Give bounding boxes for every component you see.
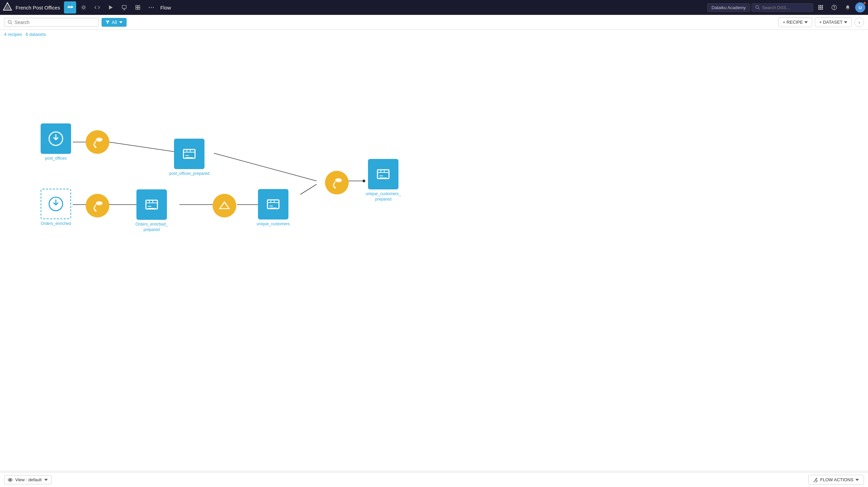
code-nav-btn[interactable] xyxy=(91,1,103,14)
flow-toolbar: All + RECIPE + DATASET › xyxy=(0,15,868,30)
node-orders-enriched-label: Orders_enriched xyxy=(41,221,71,227)
recipe-node-prepare2[interactable] xyxy=(325,171,349,194)
svg-rect-24 xyxy=(820,8,821,10)
svg-point-2 xyxy=(68,7,69,8)
filter-dropdown[interactable]: All xyxy=(102,18,127,27)
svg-rect-21 xyxy=(820,7,821,8)
flow-search-box[interactable] xyxy=(4,18,99,27)
svg-rect-23 xyxy=(818,8,820,10)
svg-line-16 xyxy=(759,8,760,10)
flow-canvas[interactable]: post_offices post_offices_prepared xyxy=(0,39,868,470)
node-post-offices-prepared-label: post_offices_prepared xyxy=(169,171,210,177)
svg-rect-20 xyxy=(818,7,820,8)
svg-rect-8 xyxy=(136,5,137,7)
recipe-chevron-icon xyxy=(804,21,808,23)
dataset-node-post-offices[interactable] xyxy=(41,123,71,154)
svg-line-29 xyxy=(11,23,13,24)
svg-point-13 xyxy=(151,7,152,8)
add-dataset-button[interactable]: + DATASET xyxy=(815,17,852,27)
more-nav-btn[interactable] xyxy=(145,1,157,14)
node-orders-enriched[interactable]: Orders_enriched xyxy=(41,189,71,227)
apps-grid-btn[interactable] xyxy=(815,1,827,14)
filter-icon xyxy=(106,20,110,24)
svg-rect-11 xyxy=(138,8,140,9)
svg-point-3 xyxy=(69,7,71,8)
svg-line-63 xyxy=(94,205,96,209)
svg-rect-17 xyxy=(818,5,820,6)
avatar-notification-badge xyxy=(863,2,866,4)
svg-point-28 xyxy=(8,20,11,23)
node-unique-customers[interactable]: unique_customers xyxy=(257,189,290,227)
search-icon xyxy=(755,5,760,10)
svg-point-4 xyxy=(71,7,72,8)
flow-nav-btn[interactable] xyxy=(64,1,76,14)
global-search-input[interactable] xyxy=(762,5,809,10)
dashboard-nav-btn[interactable] xyxy=(132,1,144,14)
svg-rect-64 xyxy=(146,200,157,209)
recipe-node-prepare3[interactable] xyxy=(86,194,109,217)
node-unique-customers-prepared-label: unique_customers_prepared xyxy=(366,191,401,202)
svg-rect-58 xyxy=(377,170,389,179)
navbar: French Post Offices xyxy=(0,0,868,15)
svg-rect-66 xyxy=(267,200,279,209)
help-btn[interactable] xyxy=(828,1,840,14)
dataset-node-unique-customers-prepared[interactable] xyxy=(368,159,398,189)
dataset-node-post-offices-prepared[interactable] xyxy=(174,139,204,169)
filter-label: All xyxy=(112,20,117,25)
app-logo[interactable] xyxy=(3,2,12,13)
dataset-node-orders-enriched[interactable] xyxy=(41,189,71,219)
svg-point-27 xyxy=(834,9,834,9)
svg-rect-61 xyxy=(93,208,96,212)
node-recipe-group[interactable] xyxy=(213,194,236,217)
add-recipe-button[interactable]: + RECIPE xyxy=(778,17,812,27)
navbar-right: U xyxy=(815,1,865,14)
node-orders-enriched-prepared-label: Orders_enriched_prepared xyxy=(135,222,168,232)
dataset-node-unique-customers[interactable] xyxy=(258,189,288,219)
svg-rect-25 xyxy=(822,8,823,10)
node-post-offices-prepared[interactable]: post_offices_prepared xyxy=(169,139,210,177)
recipes-link[interactable]: 4 recipes xyxy=(4,32,23,37)
deploy-nav-btn[interactable] xyxy=(118,1,130,14)
svg-line-57 xyxy=(333,182,335,186)
svg-point-52 xyxy=(96,138,103,142)
node-post-offices[interactable]: post_offices xyxy=(41,123,71,161)
avatar[interactable]: U xyxy=(855,2,865,13)
node-recipe-prepare3[interactable] xyxy=(86,194,109,217)
dataset-chevron-icon xyxy=(844,21,847,23)
svg-point-62 xyxy=(96,201,103,205)
flow-connections xyxy=(0,39,868,470)
run-nav-btn[interactable] xyxy=(105,1,117,14)
svg-point-15 xyxy=(756,5,759,8)
recipes-count: 4 xyxy=(4,32,6,37)
svg-rect-9 xyxy=(138,5,140,7)
datasets-link[interactable]: 6 datasets xyxy=(26,32,46,37)
settings-nav-btn[interactable] xyxy=(78,1,90,14)
project-badge[interactable]: Dataiku Academy xyxy=(707,3,750,12)
svg-line-46 xyxy=(300,184,317,194)
filter-chevron-icon xyxy=(119,21,123,23)
global-search[interactable] xyxy=(752,3,813,12)
recipe-node-prepare1[interactable] xyxy=(86,130,109,154)
node-unique-customers-prepared[interactable]: unique_customers_prepared xyxy=(366,159,401,202)
svg-line-38 xyxy=(214,153,317,181)
svg-rect-19 xyxy=(822,5,823,6)
svg-rect-51 xyxy=(93,145,96,148)
add-recipe-label: + RECIPE xyxy=(783,20,803,25)
node-recipe-prepare1[interactable] xyxy=(86,130,109,154)
node-orders-enriched-prepared[interactable]: Orders_enriched_prepared xyxy=(135,189,168,232)
svg-rect-18 xyxy=(820,5,821,6)
notifications-btn[interactable] xyxy=(842,1,854,14)
svg-rect-54 xyxy=(183,149,195,158)
node-post-offices-label: post_offices xyxy=(45,156,67,161)
svg-point-12 xyxy=(149,7,150,8)
svg-point-56 xyxy=(335,178,342,182)
collapse-panel-btn[interactable]: › xyxy=(854,18,864,27)
datasets-label: datasets xyxy=(29,32,46,37)
flow-search-input[interactable] xyxy=(15,20,89,25)
svg-marker-31 xyxy=(119,21,123,23)
svg-rect-7 xyxy=(122,5,126,8)
dataset-node-orders-enriched-prepared[interactable] xyxy=(136,189,167,220)
node-recipe-prepare2[interactable] xyxy=(325,171,349,194)
recipe-node-group[interactable] xyxy=(213,194,236,217)
flow-label: Flow xyxy=(160,5,171,10)
